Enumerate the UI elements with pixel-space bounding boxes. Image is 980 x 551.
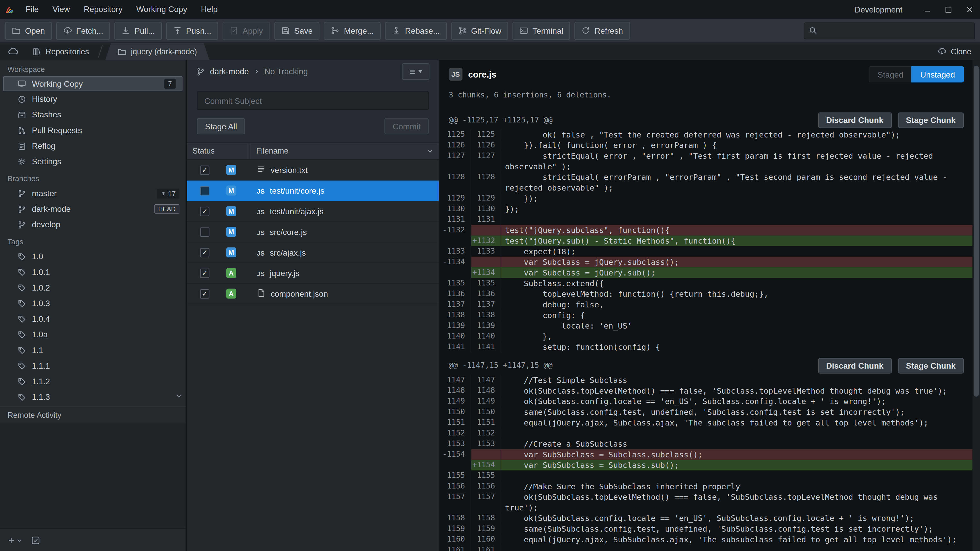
stage-checkbox[interactable] — [200, 186, 210, 195]
sidebar-item-1-1[interactable]: 1.1 — [0, 342, 186, 358]
commit-subject-input[interactable] — [203, 95, 423, 106]
sidebar-item-1-1-2[interactable]: 1.1.2 — [0, 373, 186, 389]
sidebar-item-working-copy[interactable]: Working Copy7 — [3, 76, 183, 91]
file-list-options-button[interactable] — [402, 63, 430, 80]
plus-icon — [7, 536, 15, 544]
diff-scrollbar[interactable] — [973, 60, 980, 551]
stage-chunk-button[interactable]: Stage Chunk — [898, 358, 964, 373]
minimize-button[interactable] — [916, 0, 937, 19]
menu-repository[interactable]: Repository — [77, 0, 129, 19]
sidebar-item-1-1-1[interactable]: 1.1.1 — [0, 358, 186, 373]
menu-view[interactable]: View — [46, 0, 77, 19]
sidebar-item-develop[interactable]: develop — [0, 217, 186, 232]
discard-chunk-button[interactable]: Discard Chunk — [818, 358, 891, 373]
clone-button[interactable]: Clone — [929, 43, 980, 60]
sidebar-item-history[interactable]: History — [0, 91, 186, 107]
stage-checkbox[interactable]: ✓ — [200, 268, 210, 278]
commit-actions: Stage All Commit — [197, 118, 429, 135]
diff-line: 11571157 ok(SubSubclass.topLevelMethod()… — [440, 492, 973, 513]
sidebar-item-master[interactable]: master17 — [0, 186, 186, 201]
sidebar-item-settings[interactable]: Settings — [0, 154, 186, 169]
staged-tab[interactable]: Staged — [869, 66, 912, 83]
file-row-version-txt[interactable]: ✓Mversion.txt — [187, 160, 439, 181]
repo-tabbar: Repositories jquery (dark-mode) Clone — [0, 43, 980, 60]
new-line-number: 1161 — [471, 545, 501, 551]
file-row-test-unit-ajax-js[interactable]: ✓MJStest/unit/ajax.js — [187, 201, 439, 222]
search-input[interactable] — [821, 25, 970, 36]
sidebar-item-1-0-1[interactable]: 1.0.1 — [0, 264, 186, 280]
reflog-icon — [18, 141, 26, 150]
stage-checkbox[interactable]: ✓ — [200, 206, 210, 216]
tags-scroll-down-icon[interactable] — [176, 393, 182, 399]
stage-chunk-button[interactable]: Stage Chunk — [898, 112, 964, 128]
toolbar-rebase-button[interactable]: Rebase... — [385, 21, 447, 40]
maximize-button[interactable] — [937, 0, 959, 19]
search-box[interactable] — [803, 22, 975, 39]
toolbar-apply-button[interactable]: Apply — [223, 21, 270, 40]
code-text: ok(SubSubclass.topLevelMethod() === fals… — [501, 492, 973, 513]
sidebar-item-stashes[interactable]: Stashes — [0, 107, 186, 122]
menu-help[interactable]: Help — [194, 0, 224, 19]
repo-tab-active[interactable]: jquery (dark-mode) — [105, 43, 210, 60]
close-button[interactable] — [959, 0, 980, 19]
sidebar-item-1-0-2[interactable]: 1.0.2 — [0, 280, 186, 295]
sidebar-item-label: 1.0.1 — [32, 267, 50, 277]
toolbar-refresh-button[interactable]: Refresh — [574, 21, 630, 40]
sidebar-item-pull-requests[interactable]: Pull Requests — [0, 122, 186, 138]
scrollbar-thumb[interactable] — [974, 65, 979, 397]
sidebar-item-1-0a[interactable]: 1.0a — [0, 327, 186, 342]
file-row-src-ajax-js[interactable]: ✓MJSsrc/ajax.js — [187, 242, 439, 263]
old-line-number: -1154 — [440, 449, 471, 460]
hunk-range: @@ -1125,17 +1125,17 @@ — [449, 116, 552, 124]
column-status[interactable]: Status — [187, 143, 249, 159]
menu-working-copy[interactable]: Working Copy — [129, 0, 194, 19]
toolbar-merge-button[interactable]: Merge... — [324, 21, 380, 40]
section-title-tags: Tags — [0, 232, 186, 249]
stage-checkbox[interactable]: ✓ — [200, 165, 210, 175]
old-line-number: 1137 — [440, 299, 471, 310]
columns-chevron-icon[interactable] — [427, 148, 433, 154]
remote-cloud-button[interactable] — [0, 43, 25, 60]
sidebar-item-1-0-3[interactable]: 1.0.3 — [0, 295, 186, 311]
menu-file[interactable]: File — [19, 0, 45, 19]
file-row-test-unit-core-js[interactable]: MJStest/unit/core.js — [187, 181, 439, 201]
sidebar-item-dark-mode[interactable]: dark-modeHEAD — [0, 201, 186, 217]
add-button[interactable] — [7, 536, 22, 544]
commit-button[interactable]: Commit — [385, 118, 429, 135]
toolbar-fetch-button[interactable]: Fetch... — [56, 21, 110, 40]
toolbar-save-button[interactable]: Save — [274, 21, 320, 40]
toolbar-git-flow-button[interactable]: Git-Flow — [451, 21, 508, 40]
diff-line: 11251125 ok( false , "Test the created d… — [440, 129, 973, 140]
commit-subject-field[interactable] — [197, 91, 429, 110]
sidebar-item-1-0[interactable]: 1.0 — [0, 249, 186, 264]
sidebar-item-reflog[interactable]: Reflog — [0, 138, 186, 154]
diff-line: 11271127 strictEqual( error , "error" , … — [440, 151, 973, 171]
toolbar-push-button[interactable]: Push... — [166, 21, 218, 40]
stage-all-button[interactable]: Stage All — [197, 118, 245, 135]
toolbar-button-label: Apply — [243, 26, 263, 35]
file-row-jquery-js[interactable]: ✓AJSjquery.js — [187, 263, 439, 284]
file-row-component-json[interactable]: ✓Acomponent.json — [187, 284, 439, 304]
discard-chunk-button[interactable]: Discard Chunk — [818, 112, 891, 128]
stage-checkbox[interactable]: ✓ — [200, 289, 210, 299]
old-line-number: 1140 — [440, 331, 471, 342]
repositories-tab[interactable]: Repositories — [25, 43, 97, 60]
sidebar-item-1-1-3[interactable]: 1.1.3 — [0, 389, 186, 405]
toolbar-pull-button[interactable]: Pull... — [115, 21, 162, 40]
stage-checkbox[interactable] — [200, 227, 210, 237]
caret-down-icon — [418, 70, 422, 73]
chunk-actions: Discard ChunkStage Chunk — [818, 358, 964, 373]
sidebar-item-label: 1.0a — [32, 330, 48, 339]
show-checkboxes-toggle[interactable] — [31, 536, 40, 545]
file-row-src-core-js[interactable]: MJSsrc/core.js — [187, 222, 439, 242]
code-text: var SubSubclass = Subclass.subclass(); — [501, 449, 973, 460]
column-filename[interactable]: Filename — [249, 143, 427, 159]
diff-chunk: @@ -1147,15 +1147,15 @@Discard ChunkStag… — [440, 356, 973, 551]
toolbar-open-button[interactable]: Open — [5, 21, 52, 40]
unstaged-tab[interactable]: Unstaged — [912, 66, 964, 83]
code-text: var Subclass = jQuery.sub(); — [501, 267, 973, 278]
sidebar-item-1-0-4[interactable]: 1.0.4 — [0, 311, 186, 327]
stage-checkbox[interactable]: ✓ — [200, 248, 210, 257]
chevron-right-icon — [254, 68, 259, 74]
toolbar-terminal-button[interactable]: Terminal — [512, 21, 570, 40]
